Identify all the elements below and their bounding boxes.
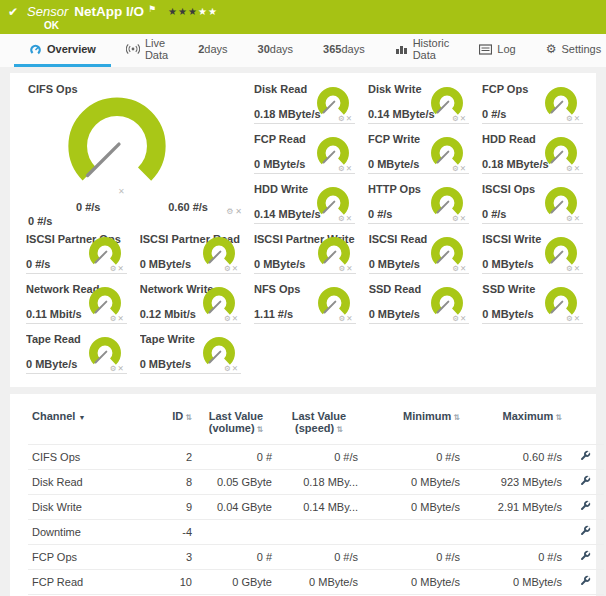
status-badge: OK [44, 20, 598, 31]
column-header-id[interactable]: ID⇅ [156, 406, 196, 445]
gauge-value: 0 MByte/s [26, 358, 77, 370]
gear-icon[interactable]: ⚙ [566, 164, 574, 173]
gauge-cell-disk-write[interactable]: Disk Write 0.14 MByte/s ⚙✕ [360, 79, 474, 129]
channel-settings-wrench-icon[interactable] [579, 525, 591, 539]
tab-365-days[interactable]: 365 days [308, 34, 380, 67]
table-row: CIFS Ops 2 0 # 0 #/s 0 #/s 0.60 #/s [28, 445, 604, 470]
pin-icon[interactable]: ✕ [232, 264, 239, 273]
column-header-maximum[interactable]: Maximum⇅ [464, 406, 566, 445]
pin-icon[interactable]: ✕ [235, 207, 244, 216]
cell-channel: Disk Read [28, 470, 156, 495]
gauge-cell-ssd-read[interactable]: SSD Read 0 MByte/s ⚙✕ [361, 279, 475, 329]
pin-icon[interactable]: ✕ [232, 314, 239, 323]
gauge-grid-right: Disk Read 0.18 MByte/s ⚙✕ Disk Write 0.1… [246, 79, 588, 229]
pin-icon[interactable]: ✕ [460, 164, 467, 173]
gauge-cell-hdd-write[interactable]: HDD Write 0.14 MByte/s ⚙✕ [246, 179, 360, 229]
gauge-cell-http-ops[interactable]: HTTP Ops 0 #/s ⚙✕ [360, 179, 474, 229]
pin-icon[interactable]: ✕ [574, 314, 581, 323]
channel-settings-wrench-icon[interactable] [579, 450, 591, 464]
gear-icon[interactable]: ⚙ [566, 114, 574, 123]
gauge-value: 0 MByte/s [369, 308, 420, 320]
channel-settings-wrench-icon[interactable] [579, 500, 591, 514]
channel-settings-wrench-icon[interactable] [579, 575, 591, 589]
gauge-cell-hdd-read[interactable]: HDD Read 0.18 MByte/s ⚙✕ [474, 129, 588, 179]
gauge-cell-cifs-ops[interactable]: CIFS Ops ✕ 0 #/s 0.60 #/s 0 #/s ⚙✕ [18, 79, 246, 229]
gear-icon[interactable]: ⚙ [338, 164, 346, 173]
pin-icon[interactable]: ✕ [232, 364, 239, 373]
pin-icon[interactable]: ✕ [460, 264, 467, 273]
tab-historic-data[interactable]: Historic Data [380, 34, 465, 67]
cell-minimum: 0 MByte/s [362, 570, 464, 595]
gauge-cell-ssd-write[interactable]: SSD Write 0 MByte/s ⚙✕ [474, 279, 588, 329]
gear-icon[interactable]: ⚙ [452, 314, 460, 323]
pin-icon[interactable]: ✕ [346, 164, 353, 173]
pin-icon[interactable]: ✕ [574, 264, 581, 273]
pin-icon[interactable]: ✕ [574, 214, 581, 223]
gear-icon[interactable]: ⚙ [452, 114, 460, 123]
tab-settings[interactable]: ⚙ Settings [531, 34, 606, 67]
cell-divider [140, 273, 241, 274]
cell-maximum [464, 520, 566, 545]
gauge-cell-iscsi-read[interactable]: ISCSI Read 0 MByte/s ⚙✕ [361, 229, 475, 279]
pin-icon[interactable]: ✕ [117, 314, 124, 323]
gear-icon[interactable]: ⚙ [338, 114, 346, 123]
tab-30-days[interactable]: 30 days [243, 34, 309, 67]
gear-icon[interactable]: ⚙ [338, 214, 346, 223]
flag-icon[interactable]: ⚑ [148, 4, 156, 14]
gear-icon[interactable]: ⚙ [452, 264, 460, 273]
column-header-last-value-volume[interactable]: Last Value(volume)⇅ [196, 406, 276, 445]
pin-icon[interactable]: ✕ [574, 164, 581, 173]
column-header-channel[interactable]: Channel▼ [28, 406, 156, 445]
pin-icon[interactable]: ✕ [346, 214, 353, 223]
pin-icon[interactable]: ✕ [117, 264, 124, 273]
gauge-cell-network-read[interactable]: Network Read 0.11 Mbit/s ⚙✕ [18, 279, 132, 329]
gauge-cell-nfs-ops[interactable]: NFS Ops 1.11 #/s ⚙✕ [246, 279, 361, 329]
sensor-header: ✔ Sensor NetApp I/O ⚑ ★★★★★ OK [0, 0, 606, 34]
pin-icon[interactable]: ✕ [574, 114, 581, 123]
tab-2-days[interactable]: 2 days [183, 34, 242, 67]
gear-icon[interactable]: ⚙ [224, 364, 232, 373]
gauge-cell-fcp-ops[interactable]: FCP Ops 0 #/s ⚙✕ [474, 79, 588, 129]
gear-icon[interactable]: ⚙ [452, 214, 460, 223]
tab-log[interactable]: Log [464, 34, 530, 67]
gauge-cell-iscsi-partner-write[interactable]: ISCSI Partner Write 0 MByte/s ⚙✕ [246, 229, 361, 279]
gear-icon[interactable]: ⚙ [224, 314, 232, 323]
gear-icon[interactable]: ⚙ [226, 207, 235, 216]
pin-icon[interactable]: ✕ [346, 264, 353, 273]
gear-icon[interactable]: ⚙ [224, 264, 232, 273]
cell-divider [254, 323, 356, 324]
gauge-cell-iscsi-write[interactable]: ISCSI Write 0 MByte/s ⚙✕ [474, 229, 588, 279]
pin-icon[interactable]: ✕ [460, 214, 467, 223]
column-header-last-value-speed[interactable]: Last Value(speed)⇅ [276, 406, 362, 445]
graph-toggle-icon[interactable]: ✕ [118, 187, 125, 196]
pin-icon[interactable]: ✕ [346, 314, 353, 323]
priority-stars[interactable]: ★★★★★ [168, 6, 218, 17]
gear-icon[interactable]: ⚙ [566, 264, 574, 273]
tab-live-data[interactable]: Live Data [111, 34, 183, 67]
gear-icon[interactable]: ⚙ [452, 164, 460, 173]
gauge-cell-tape-read[interactable]: Tape Read 0 MByte/s ⚙✕ [18, 329, 132, 379]
pin-icon[interactable]: ✕ [346, 114, 353, 123]
pin-icon[interactable]: ✕ [117, 364, 124, 373]
channel-settings-wrench-icon[interactable] [579, 550, 591, 564]
channel-settings-wrench-icon[interactable] [579, 475, 591, 489]
column-header-minimum[interactable]: Minimum⇅ [362, 406, 464, 445]
pin-icon[interactable]: ✕ [460, 314, 467, 323]
tab-overview[interactable]: Overview [14, 34, 111, 67]
gear-icon[interactable]: ⚙ [566, 214, 574, 223]
gauge-cell-tape-write[interactable]: Tape Write 0 MByte/s ⚙✕ [132, 329, 246, 379]
gauge-cell-iscsi-ops[interactable]: ISCSI Ops 0 #/s ⚙✕ [474, 179, 588, 229]
gauge-cell-iscsi-partner-ops[interactable]: ISCSI Partner Ops 0 #/s ⚙✕ [18, 229, 132, 279]
gauge-value: 0 #/s [482, 108, 506, 120]
gauge-cell-network-write[interactable]: Network Write 0.12 Mbit/s ⚙✕ [132, 279, 246, 329]
cell-last-value-speed: 0 #/s [276, 545, 362, 570]
pin-icon[interactable]: ✕ [460, 114, 467, 123]
gauge-cell-fcp-read[interactable]: FCP Read 0 MByte/s ⚙✕ [246, 129, 360, 179]
cell-divider [482, 273, 583, 274]
gauge-cell-disk-read[interactable]: Disk Read 0.18 MByte/s ⚙✕ [246, 79, 360, 129]
gauge-cell-fcp-write[interactable]: FCP Write 0 MByte/s ⚙✕ [360, 129, 474, 179]
gauge-cell-iscsi-partner-read[interactable]: ISCSI Partner Read 0 MByte/s ⚙✕ [132, 229, 246, 279]
gear-icon[interactable]: ⚙ [566, 314, 574, 323]
table-row: Disk Write 9 0.04 GByte 0.14 MBy... 0 MB… [28, 495, 604, 520]
gauge-value: 0.12 Mbit/s [140, 308, 196, 320]
